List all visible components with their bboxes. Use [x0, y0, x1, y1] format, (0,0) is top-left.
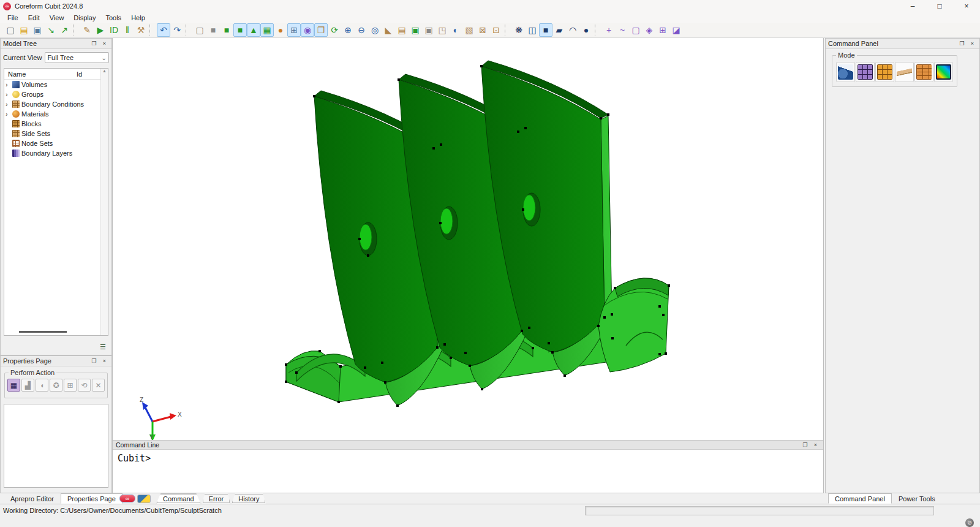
clip-wedge[interactable]: ◣ [382, 23, 395, 37]
transform-action[interactable]: ⊞ [64, 379, 77, 392]
maximize[interactable]: □ [926, 0, 953, 12]
zoom-fit[interactable]: ◎ [368, 23, 382, 37]
tree-expander-icon[interactable]: › [6, 91, 10, 98]
mesh-quality-action[interactable]: ▦ [7, 379, 20, 392]
float-button[interactable]: ❐ [801, 441, 810, 449]
exodus-blocks-mode-button[interactable] [875, 62, 894, 82]
select-body[interactable]: ◫ [526, 23, 539, 37]
graphics-lens[interactable]: ◐ [449, 23, 462, 37]
tab-command[interactable]: Command [156, 493, 201, 504]
view-bounding-box[interactable]: ▣ [409, 23, 422, 37]
tree-vertical-scrollbar[interactable]: ▲ [100, 69, 108, 335]
tab-aprepro-editor[interactable]: Aprepro Editor [4, 493, 61, 504]
delete-action[interactable]: ✕ [92, 379, 105, 392]
tab-power-tools[interactable]: Power Tools [892, 493, 942, 504]
select-surface[interactable]: ▰ [552, 23, 566, 37]
graphics-scale[interactable]: ▤ [395, 23, 409, 37]
command-input[interactable]: Cubit> [113, 450, 823, 493]
smoothshade-view[interactable]: ■ [233, 23, 247, 37]
sculpt-mode-button[interactable] [895, 62, 914, 82]
refine-action[interactable]: ▟ [21, 379, 34, 392]
new-file[interactable]: ▢ [4, 23, 17, 37]
boundary-conditions-mode-button[interactable] [914, 62, 933, 82]
post-processing-mode-button[interactable] [934, 62, 953, 82]
minimize[interactable]: – [899, 0, 926, 12]
current-view-dropdown[interactable]: Full Tree ⌄ [45, 52, 109, 63]
wireframe-view[interactable]: ▢ [193, 23, 206, 37]
zoom-in[interactable]: ⊕ [341, 23, 355, 37]
shaded-view[interactable]: ■ [220, 23, 233, 37]
copy-view[interactable]: ❐ [314, 23, 328, 37]
pause-journal[interactable]: ‖ [121, 23, 134, 37]
close-button[interactable]: × [100, 40, 109, 48]
scroll-up-icon[interactable]: ▲ [102, 69, 107, 73]
clipping-manipulate[interactable]: ⊡ [489, 23, 503, 37]
view-bounding-box-off[interactable]: ▣ [422, 23, 435, 37]
hiddenline-view[interactable]: ■ [206, 23, 220, 37]
tab-error[interactable]: Error [202, 493, 230, 504]
python-console-icon[interactable] [137, 495, 151, 503]
graphics-viewport[interactable]: Z X Y [113, 38, 823, 440]
export-file[interactable]: ↗ [58, 23, 71, 37]
select-group[interactable]: ❋ [512, 23, 526, 37]
refresh-graphics[interactable]: ⟳ [328, 23, 341, 37]
close[interactable]: × [953, 0, 980, 12]
open-file[interactable]: ▤ [17, 23, 31, 37]
coreform-console-icon[interactable]: ∞ [119, 495, 135, 502]
tab-history[interactable]: History [232, 493, 266, 504]
save-file[interactable]: ▣ [31, 23, 44, 37]
tree-item-side-sets[interactable]: › Side Sets [4, 129, 108, 138]
mesh-display[interactable]: ▦ [260, 23, 274, 37]
tree-item-blocks[interactable]: › Blocks [4, 119, 108, 129]
close-button[interactable]: × [100, 357, 109, 365]
pick-surface[interactable]: ▢ [629, 23, 643, 37]
pick-webcut[interactable]: ◪ [669, 23, 683, 37]
graphics-grid[interactable]: ⊞ [287, 23, 301, 37]
annotate-view[interactable]: ◳ [435, 23, 449, 37]
render-resolution[interactable]: ● [274, 23, 287, 37]
menu-item[interactable]: Edit [23, 13, 45, 22]
interrupt-button[interactable]: ⊘ [965, 518, 974, 527]
redo[interactable]: ↷ [170, 23, 184, 37]
close-button[interactable]: × [968, 40, 977, 48]
menu-item[interactable]: Display [69, 13, 100, 22]
tree-expander-icon[interactable]: › [6, 100, 10, 108]
tree-item-materials[interactable]: › Materials [4, 109, 108, 119]
tab-command-panel[interactable]: Command Panel [828, 493, 892, 504]
undo[interactable]: ↶ [157, 23, 170, 37]
tree-expander-icon[interactable]: › [6, 81, 10, 88]
edit-journal[interactable]: ✎ [80, 23, 94, 37]
tab-properties-page[interactable]: Properties Page [61, 493, 123, 504]
tree-item-node-sets[interactable]: › Node Sets [4, 138, 108, 148]
pick-vertex[interactable]: + [602, 23, 616, 37]
tree-expander-icon[interactable]: › [6, 110, 10, 118]
play-journal[interactable]: ▶ [94, 23, 107, 37]
translate-journal[interactable]: ⚒ [134, 23, 148, 37]
menu-item[interactable]: Help [126, 13, 150, 22]
menu-item[interactable]: File [2, 13, 23, 22]
geometry-display[interactable]: ▲ [247, 23, 260, 37]
sync-action[interactable]: ⟲ [78, 379, 91, 392]
pick-curve[interactable]: ~ [616, 23, 629, 37]
menu-item[interactable]: Tools [100, 13, 126, 22]
tree-filter-button[interactable]: ☰ [98, 342, 108, 352]
close-button[interactable]: × [811, 441, 820, 449]
tree-item-boundary-layers[interactable]: › Boundary Layers [4, 148, 108, 158]
validate-action[interactable]: ✪ [50, 379, 62, 392]
select-vertex[interactable]: ● [579, 23, 593, 37]
clipping-plane[interactable]: ▧ [462, 23, 476, 37]
select-volume[interactable]: ■ [539, 23, 552, 37]
import-file[interactable]: ↘ [44, 23, 58, 37]
tree-item-volumes[interactable]: › Volumes [4, 80, 108, 89]
pick-volume[interactable]: ◈ [643, 23, 656, 37]
tree-item-groups[interactable]: › Groups [4, 89, 108, 99]
select-curve[interactable]: ◠ [566, 23, 579, 37]
float-button[interactable]: ❐ [89, 40, 99, 48]
mesh-mode-button[interactable] [856, 62, 875, 82]
float-button[interactable]: ❐ [957, 40, 967, 48]
menu-item[interactable]: View [45, 13, 69, 22]
tree-horizontal-scrollbar[interactable] [19, 331, 67, 333]
float-button[interactable]: ❐ [89, 357, 99, 365]
smooth-action[interactable]: ◖ [36, 379, 48, 392]
zoom-out[interactable]: ⊖ [355, 23, 368, 37]
